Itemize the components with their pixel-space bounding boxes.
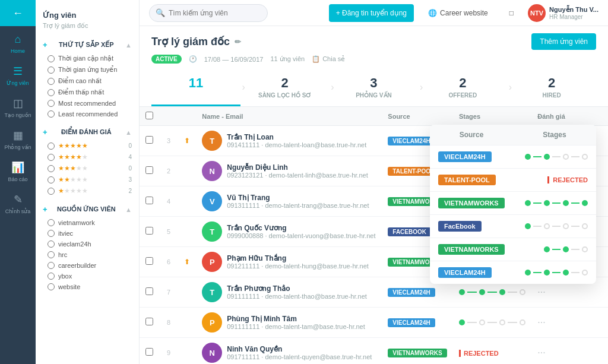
row-num: 6 (159, 247, 178, 277)
col-num (159, 107, 178, 126)
row-num: 3 (159, 126, 178, 156)
rating-5-item[interactable]: ★★★★★ 0 (36, 140, 139, 151)
popup-dot (563, 223, 569, 229)
rating-2-count: 3 (128, 176, 132, 183)
rating-3-item[interactable]: ★★★★★ 0 (36, 163, 139, 174)
bao-cao-icon: 📊 (11, 161, 24, 174)
edit-icon[interactable]: ✏ (235, 37, 241, 46)
more-btn[interactable]: ··· (537, 287, 545, 297)
nav-item-ung-vien[interactable]: ☰ Ứng viên (0, 58, 36, 90)
table-row: 9 N Ninh Văn Quyền 091711111 · demo-tale… (140, 338, 608, 365)
row-checkbox[interactable] (145, 166, 153, 174)
col-name[interactable]: Name - Email (196, 107, 382, 126)
pipeline-arrow-1: › (331, 82, 334, 93)
career-website-button[interactable]: 🌐 Career website (421, 4, 495, 22)
row-checkbox[interactable] (145, 318, 153, 325)
more-btn[interactable]: ··· (537, 317, 545, 327)
rating-cell: ··· (531, 308, 596, 338)
sort-item-2[interactable]: Điểm cao nhất (36, 75, 139, 87)
popup-line (533, 156, 542, 157)
popup-source-0: VIECLAM24H (438, 151, 513, 162)
content-header: Trợ lý giám đốc ✏ Thêm ứng viên ACTIVE 🕐… (140, 26, 608, 107)
row-checkbox[interactable] (145, 348, 153, 356)
source-vietnamwork[interactable]: vietnamwork (36, 217, 139, 228)
pipeline-tab-phong-van[interactable]: 3 PHỎNG VẤN › (330, 69, 419, 106)
pipeline-tab-offered[interactable]: 2 OFFERED › (418, 69, 507, 106)
post-job-button[interactable]: + Đăng tin tuyển dụng (329, 4, 414, 22)
add-candidate-button[interactable]: Thêm ứng viên (531, 33, 596, 50)
candidate-avatar: V (202, 191, 222, 211)
candidate-avatar: T (202, 282, 222, 302)
date-range: 17/08 — 16/09/2017 (204, 56, 264, 63)
search-box[interactable]: 🔍 (149, 4, 268, 22)
rating-2-item[interactable]: ★★★★★ 3 (36, 174, 139, 185)
row-checkbox[interactable] (145, 227, 153, 235)
row-checkbox[interactable] (145, 197, 153, 204)
rating-section-header[interactable]: + ĐIỂM ĐÁNH GIÁ ▲ (36, 124, 139, 140)
sort-item-3[interactable]: Điểm thấp nhất (36, 87, 139, 98)
candidate-cell: N Ninh Văn Quyền 091711111 · demo-talent… (196, 338, 382, 365)
candidate-name: Phạm Hữu Thắng (227, 254, 369, 262)
popup-dot (563, 200, 569, 206)
sort-item-5[interactable]: Least recommended (36, 109, 139, 119)
sort-section-header[interactable]: + THỨ TỰ SẮP XẾP ▲ (36, 37, 139, 53)
rating-4-item[interactable]: ★★★★★ 4 (36, 151, 139, 163)
row-num: 8 (159, 308, 178, 338)
source-vieclam24h[interactable]: vieclam24h (36, 239, 139, 249)
source-hrc[interactable]: hrc (36, 249, 139, 260)
candidate-count: 11 ứng viên (270, 55, 305, 63)
popup-dot (544, 246, 550, 252)
rating-1-item[interactable]: ★★★★★ 2 (36, 185, 139, 197)
source-cell: VIECLAM24H (382, 308, 453, 338)
source-itviec[interactable]: itviec (36, 228, 139, 239)
nav-item-phong-van[interactable]: ▦ Phỏng vấn (0, 122, 36, 154)
pipeline-tab-all[interactable]: 11 › (151, 69, 240, 106)
col-checkbox (140, 107, 159, 126)
pipeline-arrow-3: › (509, 82, 512, 93)
select-all-checkbox[interactable] (145, 112, 153, 119)
popup-line (571, 226, 580, 227)
share-link[interactable]: 📋 Chia sẻ (312, 55, 345, 63)
search-input[interactable] (169, 9, 261, 17)
priority-cell (178, 186, 196, 217)
candidate-cell: T Trần Quốc Vương 0999000888 · demo-tale… (196, 217, 382, 247)
icon-sidebar: ← ⌂ Home ☰ Ứng viên ◫ Tạo nguồn ▦ Phỏng … (0, 0, 36, 364)
nav-item-bao-cao[interactable]: 📊 Báo cáo (0, 154, 36, 186)
back-button[interactable]: ← (0, 0, 36, 26)
pipeline-tabs: 11 › 2 SÀNG LỌC HỒ SƠ › 3 PHỎNG VẤN › 2 … (151, 69, 596, 106)
share-small-icon: 📋 (312, 55, 320, 63)
pipeline-tab-hired[interactable]: 2 HIRED (507, 69, 596, 106)
sort-item-1[interactable]: Thời gian ứng tuyển (36, 64, 139, 75)
source-section-header[interactable]: + NGUỒN ỨNG VIÊN ▲ (36, 201, 139, 217)
candidate-avatar: N (202, 343, 222, 363)
more-btn[interactable]: ··· (537, 347, 545, 357)
popup-line (552, 202, 560, 204)
source-website[interactable]: website (36, 281, 139, 292)
share-button[interactable]: □ (502, 4, 521, 22)
back-icon: ← (12, 7, 23, 20)
source-careerbuilder[interactable]: careerbuilder (36, 260, 139, 271)
col-stages: Stages (453, 107, 531, 126)
row-num: 5 (159, 217, 178, 247)
popup-dot (544, 270, 550, 276)
home-icon: ⌂ (15, 33, 21, 46)
candidate-info: Phùng Thị Minh Tâm 091111111 · demo-tale… (227, 315, 365, 330)
row-checkbox[interactable] (145, 136, 153, 144)
source-ybox[interactable]: ybox (36, 271, 139, 281)
nav-item-home[interactable]: ⌂ Home (0, 26, 36, 58)
row-checkbox-cell (140, 217, 159, 247)
row-num: 4 (159, 186, 178, 217)
sort-item-0[interactable]: Thời gian cập nhật (36, 53, 139, 64)
source-plus-icon: + (43, 205, 48, 214)
priority-cell (178, 308, 196, 338)
nav-item-chinh-sua[interactable]: ✎ Chỉnh sửa (0, 186, 36, 218)
popup-line (571, 272, 580, 273)
row-checkbox-cell (140, 247, 159, 277)
pipeline-tab-sang-loc[interactable]: 2 SÀNG LỌC HỒ SƠ › (240, 69, 330, 106)
sort-item-4[interactable]: Most recommended (36, 98, 139, 109)
row-checkbox[interactable] (145, 257, 153, 265)
candidate-cell: P Phạm Hữu Thắng 091211111 · demo-talent… (196, 247, 382, 277)
popup-source-5: VIECLAM24H (438, 267, 513, 278)
nav-item-tao-nguon[interactable]: ◫ Tạo nguồn (0, 90, 36, 122)
row-checkbox[interactable] (145, 287, 153, 295)
